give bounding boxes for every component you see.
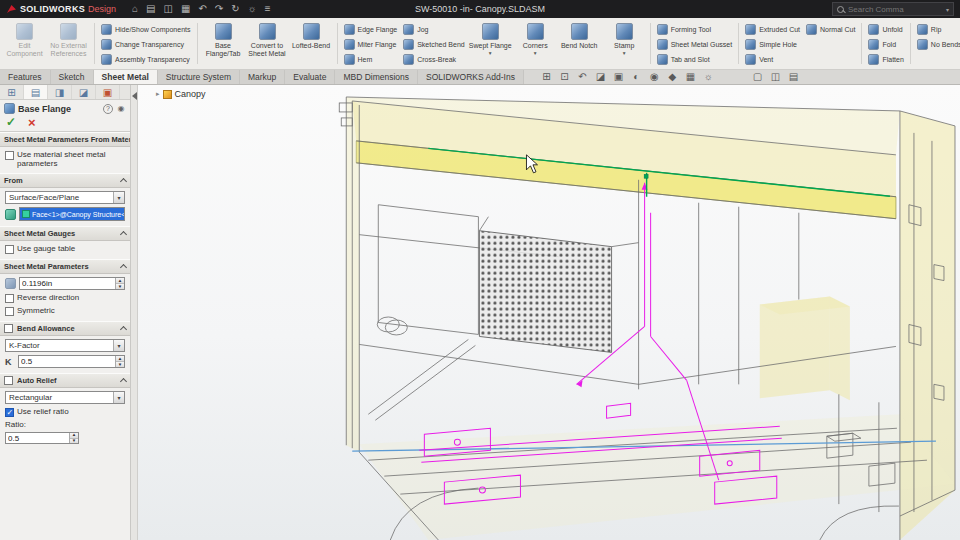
display-manager-tab[interactable]: ▣ — [96, 85, 120, 99]
configuration-manager-tab[interactable]: ◨ — [48, 85, 72, 99]
edit-appearance-icon[interactable]: ◆ — [666, 72, 679, 82]
zoom-area-icon[interactable]: ⊡ — [558, 72, 571, 82]
view-settings-icon[interactable]: ☼ — [702, 72, 715, 82]
tab-evaluate[interactable]: Evaluate — [285, 70, 335, 84]
pane-single-icon[interactable]: ▢ — [751, 72, 764, 82]
thickness-value[interactable] — [20, 278, 115, 289]
home-icon[interactable]: ⌂ — [132, 4, 138, 14]
reverse-direction-checkbox[interactable]: Reverse direction — [5, 293, 125, 303]
swept-flange-button[interactable]: Swept Flange▾ — [469, 20, 512, 67]
symmetric-checkbox[interactable]: Symmetric — [5, 306, 125, 316]
from-selection-listbox[interactable]: Face<1>@Canopy Structure< — [19, 207, 125, 221]
use-gauge-table-checkbox[interactable]: Use gauge table — [5, 244, 125, 254]
no-bends-button[interactable]: No Bends — [915, 37, 960, 51]
section-view-icon[interactable]: ◪ — [594, 72, 607, 82]
breadcrumb-expander-icon[interactable]: ▸ — [156, 90, 160, 98]
dimxpert-tab[interactable]: ◪ — [72, 85, 96, 99]
property-manager-tab[interactable]: ▤ — [24, 85, 48, 99]
rip-button[interactable]: Rip — [915, 22, 960, 36]
section-bend-allowance-header[interactable]: Bend Allowance — [0, 321, 130, 336]
section-auto-relief-header[interactable]: Auto Relief — [0, 373, 130, 388]
ratio-stepper[interactable]: ▲▼ — [69, 433, 78, 443]
tab-mbd-dimensions[interactable]: MBD Dimensions — [335, 70, 418, 84]
bend-notch-button[interactable]: Bend Notch — [558, 20, 601, 67]
tab-sheet-metal[interactable]: Sheet Metal — [94, 70, 158, 84]
settings-icon[interactable]: ☼ — [248, 4, 257, 14]
feature-manager-tab[interactable]: ⊞ — [0, 85, 24, 99]
undo-icon[interactable]: ↶ — [198, 4, 206, 14]
no-external-references-button[interactable]: No External References — [47, 20, 90, 67]
breadcrumb[interactable]: ▸ Canopy — [156, 89, 206, 99]
rebuild-icon[interactable]: ↻ — [231, 4, 239, 14]
extruded-cut-button[interactable]: Extruded Cut — [743, 22, 802, 36]
sketched-bend-button[interactable]: Sketched Bend — [401, 37, 466, 51]
k-factor-value[interactable] — [19, 356, 115, 367]
cross-break-button[interactable]: Cross-Break — [401, 52, 466, 66]
section-gauges-header[interactable]: Sheet Metal Gauges — [0, 226, 130, 241]
thickness-input[interactable]: ▲▼ — [19, 277, 125, 290]
options-icon[interactable]: ≡ — [265, 4, 271, 14]
fold-button[interactable]: Fold — [866, 37, 905, 51]
display-style-icon[interactable]: ◐ — [630, 72, 643, 82]
save-icon[interactable]: ◫ — [164, 4, 173, 14]
simple-hole-button[interactable]: Simple Hole — [743, 37, 802, 51]
ratio-input[interactable]: ▲▼ — [5, 432, 79, 444]
lofted-bend-button[interactable]: Lofted-Bend — [290, 20, 333, 67]
section-from-header[interactable]: From — [0, 173, 130, 188]
tab-sketch[interactable]: Sketch — [51, 70, 94, 84]
change-transparency-button[interactable]: Change Transparency — [99, 37, 193, 51]
from-reference-select[interactable]: Surface/Face/Plane ▾ — [5, 191, 125, 204]
convert-to-sheet-metal-button[interactable]: Convert to Sheet Metal — [246, 20, 289, 67]
auto-relief-type-select[interactable]: Rectangular ▾ — [5, 391, 125, 404]
forming-tool-button[interactable]: Forming Tool — [655, 22, 734, 36]
section-parameters-header[interactable]: Sheet Metal Parameters — [0, 259, 130, 274]
model-canvas[interactable] — [138, 85, 960, 540]
auto-relief-enable-checkbox[interactable] — [4, 376, 13, 385]
stamp-button[interactable]: Stamp▾ — [603, 20, 646, 67]
print-icon[interactable]: ▦ — [181, 4, 190, 14]
thickness-stepper[interactable]: ▲▼ — [115, 278, 124, 289]
k-factor-stepper[interactable]: ▲▼ — [115, 356, 124, 367]
panel-splitter[interactable] — [131, 85, 138, 540]
search-input[interactable] — [848, 5, 942, 14]
tab-solidworks-add-ins[interactable]: SOLIDWORKS Add-Ins — [418, 70, 524, 84]
cancel-button[interactable]: × — [28, 116, 36, 129]
pane-settings-icon[interactable]: ▤ — [787, 72, 800, 82]
miter-flange-button[interactable]: Miter Flange — [342, 37, 400, 51]
collapse-panel-icon[interactable] — [132, 92, 137, 100]
open-icon[interactable]: ▤ — [146, 4, 155, 14]
section-material-header[interactable]: Sheet Metal Parameters From Material — [0, 132, 130, 147]
base-flange-tab-button[interactable]: Base Flange/Tab — [202, 20, 245, 67]
corners-button[interactable]: Corners▾ — [514, 20, 557, 67]
zoom-fit-icon[interactable]: ⊞ — [540, 72, 553, 82]
vent-button[interactable]: Vent — [743, 52, 802, 66]
ratio-value[interactable] — [6, 433, 69, 443]
sheet-metal-gusset-button[interactable]: Sheet Metal Gusset — [655, 37, 734, 51]
bend-allowance-type-select[interactable]: K-Factor ▾ — [5, 339, 125, 352]
search-box[interactable]: ▾ — [832, 2, 954, 16]
tab-features[interactable]: Features — [0, 70, 51, 84]
flatten-button[interactable]: Flatten — [866, 52, 905, 66]
hide-show-components-button[interactable]: Hide/Show Components — [99, 22, 193, 36]
pane-split-icon[interactable]: ◫ — [769, 72, 782, 82]
view-orientation-icon[interactable]: ▣ — [612, 72, 625, 82]
unfold-button[interactable]: Unfold — [866, 22, 905, 36]
ok-button[interactable]: ✓ — [6, 116, 16, 129]
jog-button[interactable]: Jog — [401, 22, 466, 36]
edge-flange-button[interactable]: Edge Flange — [342, 22, 400, 36]
hem-button[interactable]: Hem — [342, 52, 400, 66]
k-factor-input[interactable]: ▲▼ — [18, 355, 125, 368]
graphics-viewport[interactable]: ▸ Canopy — [138, 85, 960, 540]
selected-face-item[interactable]: Face<1>@Canopy Structure< — [20, 208, 124, 220]
redo-icon[interactable]: ↷ — [215, 4, 223, 14]
apply-scene-icon[interactable]: ▦ — [684, 72, 697, 82]
normal-cut-button[interactable]: Normal Cut — [804, 22, 857, 36]
search-dropdown-icon[interactable]: ▾ — [946, 6, 949, 13]
use-material-params-checkbox[interactable]: Use material sheet metal parameters — [5, 150, 125, 168]
use-relief-ratio-checkbox[interactable]: Use relief ratio — [5, 407, 125, 417]
tab-structure-system[interactable]: Structure System — [158, 70, 240, 84]
tab-and-slot-button[interactable]: Tab and Slot — [655, 52, 734, 66]
edit-component-button[interactable]: Edit Component — [3, 20, 46, 67]
pin-icon[interactable]: ◉ — [116, 104, 126, 114]
help-icon[interactable]: ? — [103, 104, 113, 114]
